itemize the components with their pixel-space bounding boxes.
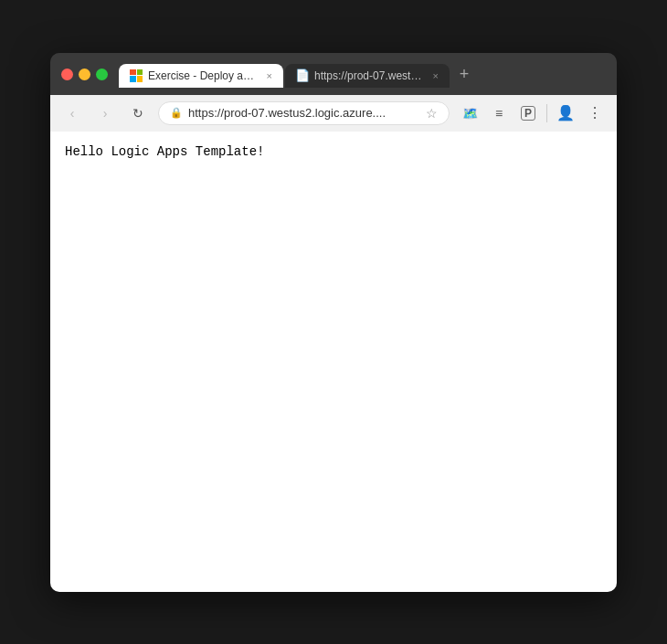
tab-exercise[interactable]: Exercise - Deploy and expor × bbox=[119, 64, 283, 88]
ms-favicon-icon bbox=[130, 69, 143, 82]
back-icon: ‹ bbox=[70, 106, 75, 121]
tab-azure-close[interactable]: × bbox=[433, 70, 439, 81]
title-bar: Exercise - Deploy and expor × 📄 https://… bbox=[50, 53, 617, 95]
back-button[interactable]: ‹ bbox=[59, 100, 85, 126]
tab-exercise-close[interactable]: × bbox=[267, 70, 272, 81]
star-icon[interactable]: ☆ bbox=[426, 106, 438, 121]
more-options-icon: ⋮ bbox=[588, 104, 602, 121]
tabs-row: Exercise - Deploy and expor × 📄 https://… bbox=[119, 62, 606, 88]
close-traffic-light[interactable] bbox=[61, 69, 73, 80]
address-actions: ☆ bbox=[426, 106, 438, 121]
account-icon: 👤 bbox=[556, 104, 575, 121]
new-tab-button[interactable]: + bbox=[451, 62, 477, 88]
address-bar[interactable]: 🔒 https://prod-07.westus2.logic.azure...… bbox=[158, 101, 450, 125]
maps-icon: 🗺️ bbox=[462, 106, 478, 121]
reload-icon: ↻ bbox=[132, 106, 143, 121]
page-content: Hello Logic Apps Template! bbox=[50, 132, 617, 592]
browser-window: Exercise - Deploy and expor × 📄 https://… bbox=[50, 53, 617, 592]
stack-icon-button[interactable]: ≡ bbox=[486, 100, 512, 126]
forward-button[interactable]: › bbox=[92, 100, 118, 126]
forward-icon: › bbox=[103, 106, 108, 121]
more-options-button[interactable]: ⋮ bbox=[582, 100, 608, 126]
reload-button[interactable]: ↻ bbox=[125, 100, 151, 126]
maps-icon-button[interactable]: 🗺️ bbox=[457, 100, 482, 126]
toolbar-icons: 🗺️ ≡ P 👤 ⋮ bbox=[457, 100, 608, 126]
toolbar-divider bbox=[546, 104, 547, 122]
tab-exercise-label: Exercise - Deploy and expor bbox=[148, 69, 258, 82]
tab-azure[interactable]: 📄 https://prod-07.westus2.logi × bbox=[285, 64, 450, 88]
account-icon-button[interactable]: 👤 bbox=[553, 100, 578, 126]
p-icon: P bbox=[521, 106, 535, 121]
minimize-traffic-light[interactable] bbox=[79, 69, 90, 80]
lock-icon: 🔒 bbox=[170, 107, 183, 119]
traffic-lights bbox=[61, 69, 108, 80]
tab-azure-label: https://prod-07.westus2.logi bbox=[314, 69, 424, 82]
url-text: https://prod-07.westus2.logic.azure.... bbox=[188, 106, 420, 120]
stack-icon: ≡ bbox=[495, 106, 503, 121]
maximize-traffic-light[interactable] bbox=[96, 69, 108, 80]
page-favicon-icon: 📄 bbox=[296, 69, 309, 82]
page-body-text: Hello Logic Apps Template! bbox=[65, 143, 602, 162]
p-icon-button[interactable]: P bbox=[515, 100, 541, 126]
toolbar: ‹ › ↻ 🔒 https://prod-07.westus2.logic.az… bbox=[50, 95, 617, 132]
